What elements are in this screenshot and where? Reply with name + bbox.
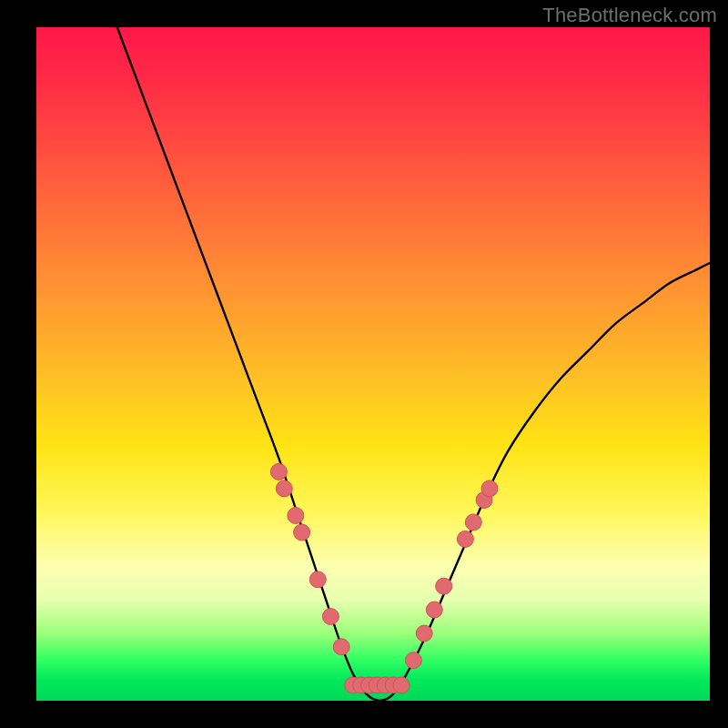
plot-area <box>36 27 710 701</box>
data-dot <box>288 508 304 524</box>
data-dot <box>426 602 442 618</box>
data-dot <box>393 677 410 693</box>
curve-svg <box>36 27 710 701</box>
data-dots <box>270 463 498 693</box>
bottleneck-curve <box>117 27 710 701</box>
data-dot <box>457 531 473 547</box>
data-dot <box>481 480 498 497</box>
data-dot <box>322 609 339 625</box>
data-dot <box>309 571 326 588</box>
data-dot <box>276 480 292 497</box>
data-dot <box>436 578 452 594</box>
data-dot <box>416 625 432 642</box>
data-dot <box>333 639 349 655</box>
data-dot <box>270 463 287 480</box>
data-dot <box>405 652 421 669</box>
chart-frame: TheBottleneck.com <box>0 0 728 728</box>
data-dot <box>294 524 310 541</box>
watermark-text: TheBottleneck.com <box>542 5 717 25</box>
data-dot <box>465 514 481 531</box>
